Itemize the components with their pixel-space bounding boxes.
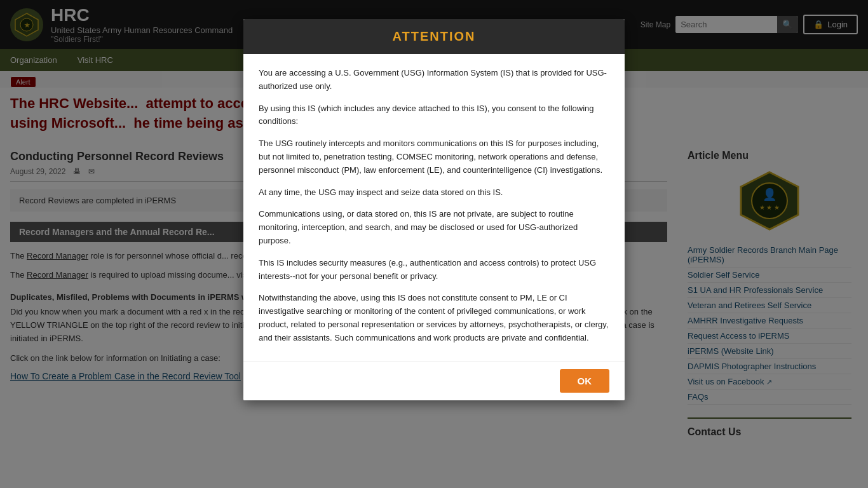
modal-body: You are accessing a U.S. Government (USG… [243, 54, 625, 361]
modal-overlay: ATTENTION You are accessing a U.S. Gover… [0, 0, 868, 453]
modal-para-4: At any time, the USG may inspect and sei… [259, 186, 609, 200]
modal-para-7: Notwithstanding the above, using this IS… [259, 292, 609, 344]
attention-modal: ATTENTION You are accessing a U.S. Gover… [243, 19, 625, 400]
modal-para-6: This IS includes security measures (e.g.… [259, 257, 609, 283]
modal-para-2: By using this IS (which includes any dev… [259, 102, 609, 129]
modal-para-1: You are accessing a U.S. Government (USG… [259, 67, 609, 93]
modal-header: ATTENTION [243, 19, 625, 54]
modal-para-3: The USG routinely intercepts and monitor… [259, 137, 609, 177]
ok-button[interactable]: OK [560, 369, 610, 393]
modal-para-5: Communications using, or data stored on,… [259, 208, 609, 247]
modal-footer: OK [243, 361, 625, 400]
